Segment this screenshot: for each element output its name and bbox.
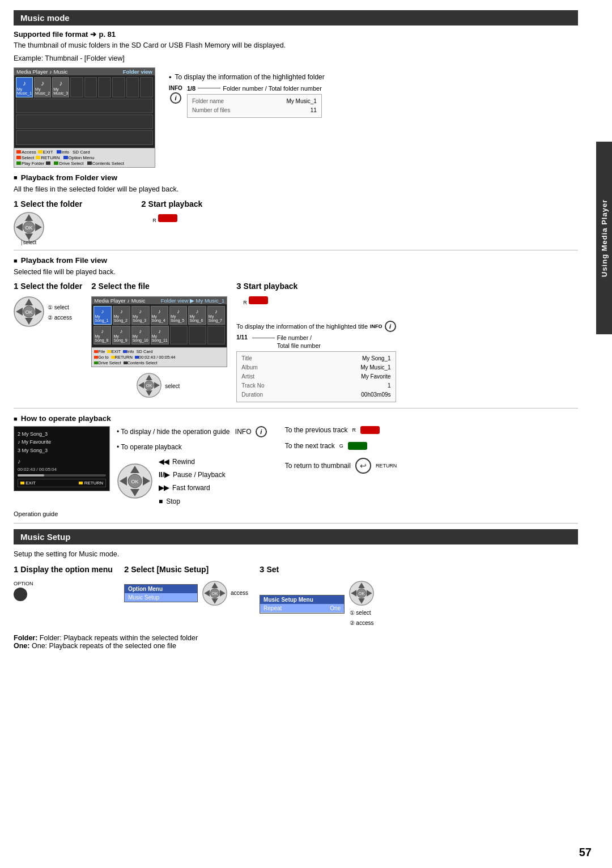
- fast-forward-label: Fast forward: [172, 483, 210, 493]
- option-text: OPTION: [14, 581, 33, 586]
- op-labels: • To display / hide the operation guide …: [117, 426, 267, 507]
- rewind-label: Rewind: [172, 457, 195, 467]
- info-circle2-icon: i: [385, 321, 396, 332]
- music-step2-label: Select [Music Setup]: [131, 565, 209, 574]
- trackno-label: Track No: [241, 381, 275, 390]
- grid-item-empty4: [112, 77, 125, 97]
- song2: ♪My Song_2: [113, 306, 130, 325]
- prev-track-btn: [360, 426, 380, 434]
- grid-item-music3: ♪ My Music_3: [52, 77, 69, 97]
- screen-footer: AccessEXIT Info SD Card SelectRETURN Opt…: [14, 148, 155, 167]
- info-circle-icon: i: [170, 92, 181, 104]
- step2-dpad: OK: [137, 373, 162, 399]
- rewind-line: ◀◀ Rewind: [159, 457, 226, 467]
- step1-file-label: Select the folder: [20, 282, 82, 291]
- file-empty1: [170, 326, 188, 344]
- screen-header: Media Player ♪ Music Folder view: [14, 68, 155, 75]
- divider3: [14, 523, 578, 524]
- folder-info-details: Folder name My Music_1 Number of files 1…: [187, 94, 322, 118]
- file-empty2: [189, 326, 206, 344]
- supported-file-label: Supported file format: [14, 30, 88, 39]
- playback-line1: 2 My Song_3: [18, 430, 106, 438]
- song5: ♪My Song_5: [169, 306, 187, 325]
- op-controls-labels: ◀◀ Rewind II/▶ Pause / Playback ▶▶ Fast …: [159, 457, 226, 507]
- artist-row: Artist My Favorite: [241, 372, 390, 381]
- folder-info-row2: Number of files 11: [192, 106, 317, 115]
- duration-row: Duration 00h03m09s: [241, 390, 390, 399]
- step2-dpad-area: OK access: [202, 581, 248, 606]
- music-step2: 2 Select [Music Setup] Option Menu Music…: [124, 564, 248, 606]
- music-setup-header: Music Setup: [14, 529, 578, 544]
- music-mode-title: Music mode: [20, 13, 70, 23]
- operate-playback-title: How to operate playback: [14, 414, 578, 423]
- dash-line: [198, 88, 220, 88]
- dash-line2: [252, 338, 275, 338]
- grid-row4-empty: [16, 130, 153, 145]
- stop-label: Stop: [166, 496, 180, 507]
- music-setup-row1: Repeat One: [260, 604, 344, 613]
- option-button-icon: [14, 588, 27, 601]
- return-icon: ↩: [355, 458, 371, 474]
- grid-row-2: [16, 99, 153, 113]
- folder-info-box: 1/8 Folder number / Total folder number …: [187, 85, 322, 118]
- music-step2-num: 2: [124, 564, 129, 574]
- music-setup-title: Music Setup: [20, 532, 70, 542]
- return-label: RETURN: [376, 463, 397, 469]
- step1-dpad: OK select: [14, 212, 44, 244]
- step1-file: 1 Select the folder OK: [14, 281, 82, 329]
- step3-file: 3 Start playback R To display the inform…: [236, 281, 396, 402]
- option-menu-box: Option Menu Music Setup: [124, 584, 198, 602]
- pause-label: Pause / Playback: [173, 470, 226, 480]
- playback-time: 00:02:43 / 00:05:04: [18, 467, 106, 472]
- playback-footer-exit: EXIT: [20, 480, 36, 486]
- artist-value: My Favorite: [361, 372, 390, 381]
- step2-file-label: Select the file: [99, 282, 150, 291]
- screen-header-right: Folder view: [123, 69, 152, 75]
- playback-folder-title: Playback from Folder view: [14, 173, 578, 182]
- music-step1-label: Display the option menu: [20, 565, 113, 574]
- song6: ♪My Song_6: [188, 306, 206, 325]
- svg-text:OK: OK: [25, 225, 32, 231]
- return-thumb: To return to thumbnail ↩ RETURN: [285, 458, 397, 474]
- r-letter: R: [152, 218, 156, 223]
- info-label2: INFO: [370, 324, 382, 329]
- step1-file-annotations: ① select ② access: [48, 303, 72, 323]
- op-guide-row: 2 My Song_3 ♪ My Favourite 3 My Song_3 ♪…: [14, 426, 578, 507]
- supported-file-section: Supported file format ➔ p. 81 The thumbn…: [14, 30, 578, 64]
- album-value: My Music_1: [360, 363, 390, 372]
- grid-item-empty5: [126, 77, 139, 97]
- song3: ♪My Song_3: [131, 306, 149, 325]
- music-step3: 3 Set Music Setup Menu Repeat One: [260, 564, 374, 628]
- stop-line: ■ Stop: [159, 496, 226, 507]
- info-label3: INFO: [235, 428, 252, 436]
- step3-dpad-area: OK ① select ② access: [349, 581, 374, 628]
- fast-forward-line: ▶▶ Fast forward: [159, 483, 226, 493]
- step3-annotations: ① select ② access: [350, 608, 374, 628]
- song7: ♪My Song_7: [207, 306, 225, 325]
- info-circle3-icon: i: [256, 426, 267, 437]
- svg-text:OK: OK: [359, 591, 365, 596]
- file-screen-header: Media Player ♪ Music Folder view ▶ My Mu…: [92, 297, 227, 304]
- song9: ♪My Song_9: [112, 326, 130, 344]
- page-number: 57: [579, 846, 592, 859]
- step1-num: 1: [14, 199, 18, 209]
- song10: ♪My Song_10: [131, 326, 150, 344]
- music-step1-num: 1: [14, 564, 18, 574]
- op-bullet1: • To display / hide the operation guide …: [117, 426, 267, 437]
- grid-row-3: [16, 114, 153, 129]
- prev-track-label: To the previous track: [285, 426, 348, 434]
- step2-access-text: access: [231, 590, 248, 596]
- step1-folder: 1 Select the folder OK: [14, 199, 82, 244]
- repeat-label: Repeat: [264, 605, 282, 611]
- grid-item-empty2: [84, 77, 97, 97]
- file-screen-left: Media Player ♪ Music: [94, 297, 145, 304]
- music-step3-num: 3: [260, 564, 264, 574]
- svg-text:OK: OK: [212, 591, 218, 596]
- music-setup-menu: Music Setup Menu Repeat One: [260, 595, 345, 614]
- step2-file-num: 2: [91, 281, 96, 291]
- step1-file-num: 1: [14, 281, 18, 291]
- file-empty3: [207, 326, 225, 344]
- grid-item-music2: ♪ My Music_2: [34, 77, 51, 97]
- playback-folder-steps: 1 Select the folder OK: [14, 199, 578, 244]
- music-setup-steps: 1 Display the option menu OPTION 2 Selec…: [14, 564, 578, 628]
